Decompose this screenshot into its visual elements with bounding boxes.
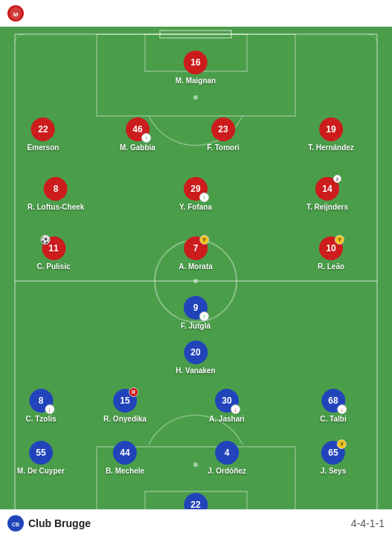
sub-out-badge: ↓ xyxy=(45,404,54,414)
player-name: F. Jutglà xyxy=(181,322,211,330)
milan-player-14[interactable]: 14 2 T. Reijnders xyxy=(306,177,348,211)
brugge-player-20[interactable]: 20 H. Vanaken xyxy=(176,340,215,375)
player-circle: 29 ↑ xyxy=(184,177,208,201)
player-circle: 68 ↓ xyxy=(321,389,345,413)
player-circle: 55 xyxy=(29,441,53,465)
svg-point-13 xyxy=(193,462,198,467)
player-circle: 8 xyxy=(44,177,68,201)
svg-text:CB: CB xyxy=(12,522,19,527)
milan-player-11[interactable]: 11 ⚽ C. Pulisic xyxy=(36,236,70,271)
milan-player-29[interactable]: 29 ↑ Y. Fofana xyxy=(179,177,212,211)
milan-player-10[interactable]: 10 Y R. Leão xyxy=(318,236,344,271)
milan-player-7[interactable]: 7 Y A. Morata xyxy=(179,236,213,271)
player-name: T. Hernández xyxy=(308,143,354,152)
player-circle: 8 ↓ xyxy=(29,389,53,413)
player-name: R. Loftus-Cheek xyxy=(28,203,85,211)
player-circle: 65 Y xyxy=(321,441,345,465)
player-name: M. Gabbia xyxy=(120,143,155,152)
player-circle: 23 xyxy=(211,117,235,141)
player-name: F. Tomori xyxy=(207,143,240,152)
brugge-player-8[interactable]: 8 ↓ C. Tzolis xyxy=(25,389,56,423)
player-name: R. Leão xyxy=(318,262,344,271)
player-circle: 11 ⚽ xyxy=(42,236,65,260)
brugge-formation: 4-4-1-1 xyxy=(351,517,385,529)
svg-rect-8 xyxy=(160,30,231,38)
brugge-team-info: CB Club Brugge xyxy=(7,515,91,532)
player-circle: 22 xyxy=(31,117,55,141)
brugge-player-55[interactable]: 55 M. De Cuyper xyxy=(17,441,65,475)
red-card-badge: R xyxy=(129,387,138,397)
svg-text:M: M xyxy=(13,11,19,18)
player-circle: 4 xyxy=(215,441,239,465)
brugge-header: CB Club Brugge 4-4-1-1 xyxy=(0,509,392,536)
sub-out-badge: ↓ xyxy=(231,404,240,414)
brugge-player-9[interactable]: 9 ↑ F. Jutglà xyxy=(181,296,211,330)
brugge-player-4[interactable]: 4 J. Ordóñez xyxy=(208,441,246,475)
player-name: C. Talbi xyxy=(320,415,346,423)
yellow-card-badge: Y xyxy=(337,439,347,449)
player-name: Y. Fofana xyxy=(179,203,212,211)
player-circle: 20 xyxy=(184,340,208,364)
player-circle: 15 R xyxy=(113,389,137,413)
sub-in-badge: ↑ xyxy=(199,311,209,321)
player-name: C. Tzolis xyxy=(25,415,56,423)
player-circle: 7 Y xyxy=(184,236,208,260)
player-name: A. Morata xyxy=(179,262,213,271)
player-circle: 44 xyxy=(113,441,137,465)
milan-player-16[interactable]: 16 M. Maignan xyxy=(176,51,216,85)
player-circle: 10 Y xyxy=(319,236,343,260)
sub-in-badge: ↑ xyxy=(199,193,209,202)
brugge-logo: CB xyxy=(7,515,24,532)
milan-logo: M xyxy=(7,5,24,22)
yellow-card-badge: Y xyxy=(199,235,209,245)
player-name: J. Ordóñez xyxy=(208,467,246,475)
player-name: H. Vanaken xyxy=(176,367,215,375)
milan-header: M xyxy=(0,0,392,27)
player-circle: 9 ↑ xyxy=(184,296,208,320)
milan-player-19[interactable]: 19 T. Hernández xyxy=(308,117,354,152)
player-circle: 19 xyxy=(319,117,343,141)
milan-player-8[interactable]: 8 R. Loftus-Cheek xyxy=(28,177,85,211)
player-circle: 30 ↓ xyxy=(215,389,239,413)
player-circle: 14 2 xyxy=(315,177,339,201)
player-name: C. Pulisic xyxy=(36,262,70,271)
player-name: M. Maignan xyxy=(176,77,216,85)
brugge-player-30[interactable]: 30 ↓ A. Jashari xyxy=(209,389,245,423)
brugge-player-68[interactable]: 68 ↓ C. Talbi xyxy=(320,389,346,423)
player-name: Emerson xyxy=(28,143,60,152)
sub-in-badge: ↑ xyxy=(141,133,151,143)
pitch: 16 M. Maignan 22 Emerson 46 ↑ M. Gabbia … xyxy=(0,27,392,536)
player-name: A. Jashari xyxy=(209,415,245,423)
player-name: B. Mechele xyxy=(106,467,144,475)
player-name: R. Onyedika xyxy=(103,415,147,423)
milan-player-22[interactable]: 22 Emerson xyxy=(28,117,60,152)
brugge-player-44[interactable]: 44 B. Mechele xyxy=(106,441,144,475)
brugge-player-15[interactable]: 15 R R. Onyedika xyxy=(103,389,147,423)
brugge-name: Club Brugge xyxy=(28,517,91,529)
sub-out-badge: ↓ xyxy=(337,404,347,414)
milan-player-46[interactable]: 46 ↑ M. Gabbia xyxy=(120,117,155,152)
player-name: J. Seys xyxy=(321,467,346,475)
milan-team-info: M xyxy=(7,5,28,22)
yellow-card-badge: Y xyxy=(335,235,344,245)
player-circle: 16 xyxy=(184,51,208,74)
player-circle: 46 ↑ xyxy=(126,117,150,141)
brugge-player-65[interactable]: 65 Y J. Seys xyxy=(321,441,346,475)
svg-point-12 xyxy=(193,95,198,100)
svg-point-5 xyxy=(193,279,198,283)
goal-badge: ⚽ xyxy=(40,235,50,245)
player-name: T. Reijnders xyxy=(306,203,348,211)
player-name: M. De Cuyper xyxy=(17,467,65,475)
number-badge: 2 xyxy=(333,175,341,183)
milan-player-23[interactable]: 23 F. Tomori xyxy=(207,117,240,152)
